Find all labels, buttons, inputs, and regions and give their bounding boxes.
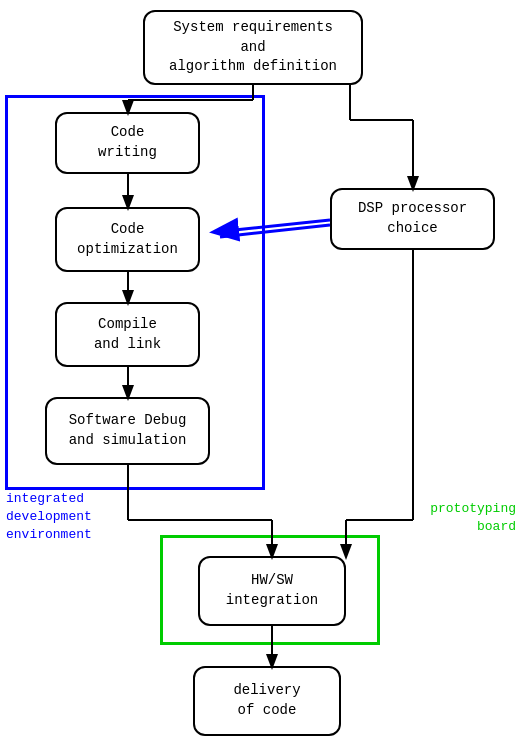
- code-writing-box: Codewriting: [55, 112, 200, 174]
- diagram-container: System requirements and algorithm defini…: [0, 0, 521, 756]
- delivery-box: deliveryof code: [193, 666, 341, 736]
- delivery-label: deliveryof code: [233, 681, 300, 720]
- proto-label-text: prototypingboard: [430, 501, 516, 534]
- sw-debug-label: Software Debugand simulation: [69, 411, 187, 450]
- proto-label: prototypingboard: [430, 500, 516, 536]
- ide-label-text: integrateddevelopmentenvironment: [6, 491, 92, 542]
- dsp-label: DSP processorchoice: [358, 199, 467, 238]
- code-writing-label: Codewriting: [98, 123, 157, 162]
- ide-label: integrateddevelopmentenvironment: [6, 490, 92, 545]
- hwsw-label: HW/SWintegration: [226, 571, 318, 610]
- compile-label: Compileand link: [94, 315, 161, 354]
- hwsw-box: HW/SWintegration: [198, 556, 346, 626]
- sw-debug-box: Software Debugand simulation: [45, 397, 210, 465]
- code-opt-label: Codeoptimization: [77, 220, 178, 259]
- system-req-label: System requirements and algorithm defini…: [169, 18, 337, 77]
- compile-box: Compileand link: [55, 302, 200, 367]
- dsp-box: DSP processorchoice: [330, 188, 495, 250]
- system-req-box: System requirements and algorithm defini…: [143, 10, 363, 85]
- code-opt-box: Codeoptimization: [55, 207, 200, 272]
